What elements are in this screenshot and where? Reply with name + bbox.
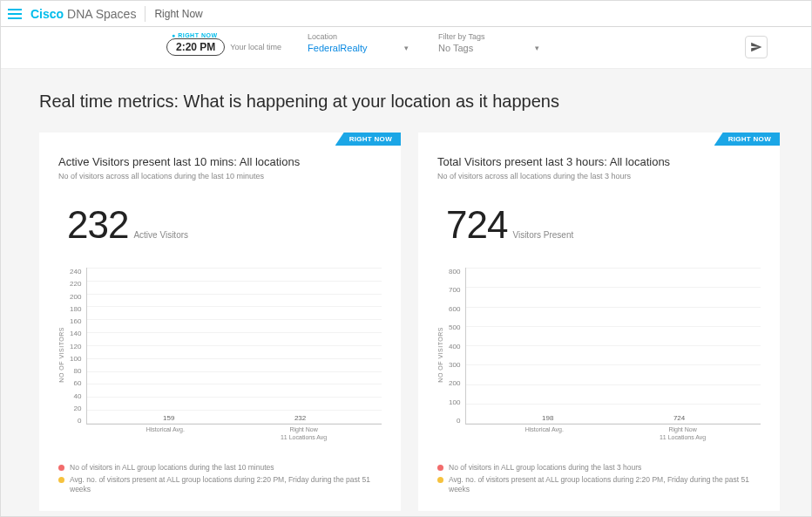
brand-cisco: Cisco — [30, 7, 64, 21]
dot-icon — [58, 477, 64, 483]
right-now-badge: RIGHT NOW — [335, 133, 401, 146]
local-time-label: Your local time — [230, 43, 281, 51]
y-axis-ticks: 240220200180160140120100806040200 — [70, 268, 81, 442]
big-number-label: Active Visitors — [133, 230, 188, 240]
send-icon — [750, 41, 762, 53]
y-axis-label: NO OF VISITORS — [58, 327, 64, 383]
location-filter[interactable]: Location FederalRealty ▾ — [308, 32, 412, 53]
current-time-pill[interactable]: 2:20 PM — [166, 38, 225, 56]
chevron-down-icon: ▾ — [404, 44, 409, 52]
chart-bars: 198724 — [466, 268, 761, 424]
dot-icon — [437, 477, 443, 483]
top-bar: Cisco DNA Spaces Right Now — [1, 1, 811, 27]
location-filter-value: FederalRealty — [308, 43, 367, 53]
chart-plot: 198724 Historical Avg.Right Now11 Locati… — [465, 268, 761, 425]
card-total-visitors: RIGHT NOW Total Visitors present last 3 … — [418, 133, 780, 511]
big-number-value: 724 — [446, 203, 507, 247]
bar: 232 — [283, 414, 318, 424]
bar: 198 — [531, 414, 565, 424]
tags-filter-label: Filter by Tags — [438, 32, 543, 41]
right-now-time: ● RIGHT NOW 2:20 PM Your local time — [166, 32, 281, 56]
right-now-tag: ● RIGHT NOW — [172, 32, 218, 38]
card-title: Total Visitors present last 3 hours: All… — [437, 155, 761, 168]
breadcrumb: Right Now — [154, 8, 202, 20]
legend-item-red: No of visitors in ALL group locations du… — [437, 463, 761, 473]
chart-total-visitors: NO OF VISITORS 8007006005004003002001000… — [437, 268, 761, 442]
legend-item-orange: Avg. no. of visitors present at ALL grou… — [58, 475, 382, 494]
chevron-down-icon: ▾ — [535, 44, 539, 52]
hamburger-icon[interactable] — [8, 9, 22, 19]
chart-plot: 159232 Historical Avg.Right Now11 Locati… — [86, 268, 382, 425]
x-axis-labels: Historical Avg.Right Now11 Locations Avg — [466, 426, 761, 441]
card-title: Active Visitors present last 10 mins: Al… — [58, 155, 382, 168]
divider — [145, 6, 145, 22]
right-now-badge: RIGHT NOW — [714, 133, 780, 146]
y-axis-label: NO OF VISITORS — [437, 327, 443, 383]
y-axis-ticks: 8007006005004003002001000 — [449, 268, 460, 442]
page-title: Real time metrics: What is happening at … — [39, 92, 780, 112]
cards-row: RIGHT NOW Active Visitors present last 1… — [39, 133, 780, 511]
big-number-label: Visitors Present — [512, 230, 573, 240]
dot-icon — [437, 465, 443, 471]
page-content: Real time metrics: What is happening at … — [1, 69, 811, 516]
chart-legend: No of visitors in ALL group locations du… — [437, 456, 761, 494]
big-number: 232 Active Visitors — [58, 203, 382, 247]
big-number: 724 Visitors Present — [437, 203, 761, 247]
big-number-value: 232 — [67, 203, 128, 247]
share-button[interactable] — [745, 36, 768, 58]
bar: 159 — [152, 414, 186, 424]
chart-bars: 159232 — [87, 268, 382, 424]
location-filter-label: Location — [308, 32, 412, 41]
legend-item-red: No of visitors in ALL group locations du… — [58, 463, 382, 473]
tags-filter[interactable]: Filter by Tags No Tags ▾ — [438, 32, 543, 53]
card-subtitle: No of visitors across all locations duri… — [58, 172, 382, 180]
chart-active-visitors: NO OF VISITORS 2402202001801601401201008… — [58, 268, 382, 442]
dot-icon — [58, 465, 64, 471]
card-active-visitors: RIGHT NOW Active Visitors present last 1… — [39, 133, 401, 511]
chart-legend: No of visitors in ALL group locations du… — [58, 456, 382, 494]
brand-rest: DNA Spaces — [64, 7, 136, 21]
x-axis-labels: Historical Avg.Right Now11 Locations Avg — [87, 426, 382, 441]
legend-item-orange: Avg. no. of visitors present at ALL grou… — [437, 475, 761, 494]
tags-filter-value: No Tags — [438, 43, 473, 53]
filter-bar: ● RIGHT NOW 2:20 PM Your local time Loca… — [1, 27, 811, 69]
brand-logo: Cisco DNA Spaces — [30, 7, 136, 21]
bar: 724 — [662, 414, 697, 424]
card-subtitle: No of visitors across all locations duri… — [437, 172, 761, 180]
